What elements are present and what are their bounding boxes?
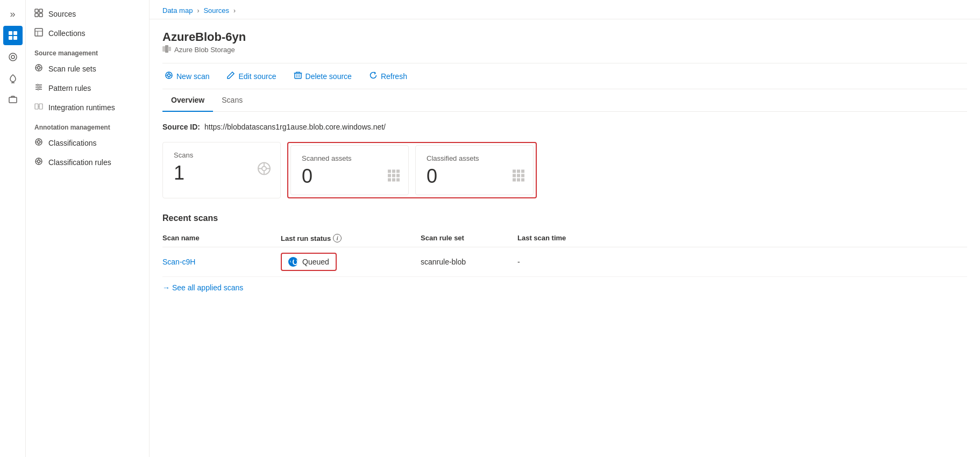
classification-rules-icon [34, 157, 43, 168]
governance-rail-icon[interactable] [3, 47, 23, 67]
sidebar-collections-label: Collections [48, 29, 85, 38]
status-highlighted-box: Queued [281, 253, 337, 271]
toolbar: New scan Edit source [162, 63, 967, 89]
sidebar: Sources Collections Source management Sc… [26, 0, 150, 457]
table-header: Scan name Last run status i Scan rule se… [162, 230, 967, 247]
annotation-management-section: Annotation management [26, 117, 149, 133]
tab-overview[interactable]: Overview [162, 89, 213, 112]
azure-blob-icon [162, 45, 171, 54]
svg-point-17 [38, 67, 40, 69]
breadcrumb-sep-1: › [197, 7, 199, 15]
scan-rule-sets-icon [34, 63, 43, 74]
insights-rail-icon[interactable] [3, 69, 23, 88]
classified-assets-label: Classified assets [427, 154, 522, 162]
scanned-assets-card: Scanned assets 0 [290, 145, 409, 195]
svg-point-38 [38, 160, 40, 163]
new-scan-icon [165, 71, 173, 81]
tabs-bar: Overview Scans [162, 89, 967, 112]
content-area: AzureBlob-6yn Azure Blob Storage [150, 19, 980, 457]
page-subtitle: Azure Blob Storage [162, 45, 967, 54]
svg-rect-1 [13, 31, 17, 35]
sidebar-item-classification-rules[interactable]: Classification rules [26, 153, 149, 172]
breadcrumb: Data map › Sources › [150, 0, 980, 19]
see-all-scans-link[interactable]: → See all applied scans [162, 283, 967, 292]
refresh-icon [369, 71, 378, 81]
svg-rect-0 [9, 31, 12, 35]
classification-rules-label: Classification rules [48, 158, 111, 167]
page-subtitle-text: Azure Blob Storage [174, 46, 235, 54]
last-scan-time-cell: - [517, 258, 593, 266]
sidebar-item-sources[interactable]: Sources [26, 4, 149, 24]
col-scan-rule-set: Scan rule set [421, 234, 517, 242]
table-row: Scan-c9H Queued scanrule-blob - [162, 247, 967, 277]
expand-nav-icon[interactable]: » [3, 4, 23, 24]
source-management-section: Source management [26, 43, 149, 59]
recent-scans-title: Recent scans [162, 213, 967, 223]
svg-rect-29 [39, 104, 42, 109]
svg-rect-3 [13, 36, 17, 40]
svg-point-5 [11, 55, 15, 59]
source-id-value: https://blobdatascans1rg1ause.blob.core.… [204, 123, 386, 131]
svg-rect-10 [39, 9, 42, 12]
edit-source-label: Edit source [238, 72, 276, 81]
scan-rule-set-cell: scanrule-blob [421, 258, 517, 266]
info-icon[interactable]: i [333, 234, 342, 242]
sidebar-item-classifications[interactable]: Classifications [26, 133, 149, 153]
svg-point-27 [38, 89, 39, 90]
delete-source-icon [294, 71, 302, 81]
new-scan-button[interactable]: New scan [162, 69, 211, 83]
svg-rect-45 [168, 47, 171, 51]
svg-rect-11 [35, 13, 38, 17]
page-title: AzureBlob-6yn [162, 30, 967, 44]
svg-rect-8 [9, 97, 17, 103]
svg-rect-52 [295, 73, 301, 78]
svg-rect-2 [9, 36, 12, 40]
col-last-run-status: Last run status i [281, 234, 421, 242]
tools-rail-icon[interactable] [3, 90, 23, 110]
integration-runtimes-label: Integration runtimes [48, 103, 115, 112]
data-catalog-rail-icon[interactable] [3, 26, 23, 45]
edit-source-button[interactable]: Edit source [224, 69, 278, 83]
col-last-scan-time: Last scan time [517, 234, 593, 242]
refresh-button[interactable]: Refresh [367, 69, 409, 83]
svg-rect-12 [39, 13, 42, 17]
breadcrumb-sep-2: › [233, 7, 236, 15]
scans-card-value: 1 [174, 163, 269, 183]
collections-icon [34, 28, 43, 39]
col-scan-name: Scan name [162, 234, 281, 242]
svg-point-26 [39, 87, 41, 88]
status-queued-label: Queued [302, 258, 329, 266]
scan-name-link[interactable]: Scan-c9H [162, 258, 195, 266]
main-content: Data map › Sources › AzureBlob-6yn Azure… [150, 0, 980, 457]
sidebar-item-scan-rule-sets[interactable]: Scan rule sets [26, 59, 149, 78]
status-cell: Queued [281, 253, 421, 271]
scans-card: Scans 1 [162, 142, 281, 198]
classified-assets-icon [513, 159, 524, 181]
edit-source-icon [226, 71, 235, 81]
breadcrumb-data-map[interactable]: Data map [162, 6, 193, 15]
classifications-label: Classifications [48, 139, 96, 147]
new-scan-label: New scan [176, 72, 209, 81]
svg-point-4 [9, 53, 17, 61]
scan-rule-sets-label: Scan rule sets [48, 65, 96, 73]
svg-point-47 [168, 74, 171, 77]
sidebar-item-integration-runtimes[interactable]: Integration runtimes [26, 98, 149, 117]
classified-assets-card: Classified assets 0 [415, 145, 534, 195]
sidebar-item-pattern-rules[interactable]: Pattern rules [26, 78, 149, 98]
integration-runtimes-icon [34, 102, 43, 113]
classified-assets-value: 0 [427, 167, 522, 186]
delete-source-button[interactable]: Delete source [292, 69, 354, 83]
tab-scans[interactable]: Scans [213, 89, 251, 112]
svg-point-57 [262, 166, 266, 170]
svg-point-32 [38, 141, 40, 144]
svg-rect-13 [35, 28, 42, 36]
breadcrumb-sources[interactable]: Sources [203, 6, 229, 15]
sidebar-item-collections[interactable]: Collections [26, 24, 149, 43]
icon-rail: » [0, 0, 26, 457]
scanned-assets-value: 0 [302, 167, 397, 186]
scanned-assets-label: Scanned assets [302, 154, 397, 162]
scans-card-label: Scans [174, 151, 269, 159]
source-id-row: Source ID: https://blobdatascans1rg1ause… [162, 123, 967, 131]
svg-point-25 [37, 84, 39, 86]
sidebar-sources-label: Sources [48, 10, 76, 18]
